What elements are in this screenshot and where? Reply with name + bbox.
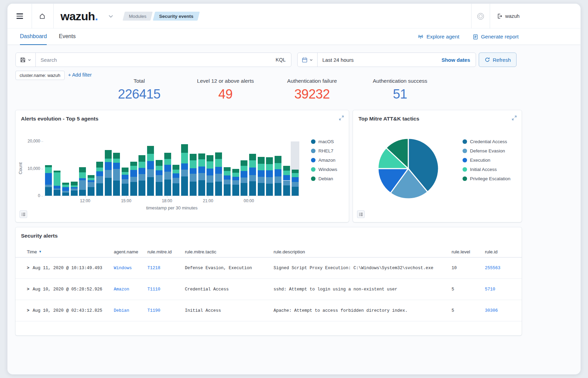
bar-8[interactable] xyxy=(113,141,120,196)
column-header-time[interactable]: Time▼ xyxy=(27,246,42,257)
table-row[interactable]: >Aug 10, 2020 @ 05:28:52.926AmazonT1110C… xyxy=(15,279,522,300)
bar-segment-rhel7 xyxy=(105,170,112,178)
cell-rule-id-link[interactable]: 5710 xyxy=(485,279,495,300)
table-row[interactable]: >Aug 10, 2020 @ 02:43:12.825DebianT1190I… xyxy=(15,300,522,321)
cell-agent-name-link[interactable]: Windows xyxy=(114,257,132,278)
bar-segment-amazon xyxy=(147,161,154,169)
generate-report-button[interactable]: Generate report xyxy=(473,34,519,40)
bar-16[interactable] xyxy=(181,141,188,196)
bar-12[interactable] xyxy=(147,141,154,196)
row-expand-icon[interactable]: > xyxy=(27,257,30,278)
search-input[interactable] xyxy=(36,57,270,63)
bar-28[interactable] xyxy=(283,141,290,196)
bar-14[interactable] xyxy=(164,141,171,196)
bar-17[interactable] xyxy=(190,141,197,196)
bar-11[interactable] xyxy=(138,141,145,196)
bar-2[interactable] xyxy=(62,141,69,196)
bar-22[interactable] xyxy=(232,141,239,196)
kql-language-button[interactable]: KQL xyxy=(270,53,291,67)
bar-5[interactable] xyxy=(88,141,95,196)
bar-19[interactable] xyxy=(207,141,213,196)
menu-hamburger-button[interactable] xyxy=(14,11,25,21)
legend-item-windows[interactable]: Windows xyxy=(311,165,337,174)
cell-rule-mitre-id-link[interactable]: T1218 xyxy=(147,257,160,278)
row-expand-icon[interactable]: > xyxy=(27,279,30,300)
header-divider xyxy=(32,4,32,28)
saved-query-menu-button[interactable] xyxy=(16,53,36,67)
bar-segment-debian xyxy=(266,157,273,164)
cell-rule-mitre-id-link[interactable]: T1110 xyxy=(147,279,160,300)
expand-icon xyxy=(339,115,344,121)
cell-agent-name-link[interactable]: Amazon xyxy=(114,279,129,300)
bar-segment-macos xyxy=(62,193,69,196)
bar-18[interactable] xyxy=(198,141,205,196)
cell-rule-id-link[interactable]: 30306 xyxy=(485,300,498,321)
space-selector-button[interactable] xyxy=(475,11,486,21)
expand-panel-button[interactable] xyxy=(511,114,518,121)
logout-button[interactable]: wazuh xyxy=(497,11,520,21)
legend-item-defense-evasion[interactable]: Defense Evasion xyxy=(463,146,510,156)
bar-7[interactable] xyxy=(105,141,112,196)
add-filter-button[interactable]: + Add filter xyxy=(68,72,92,78)
bar-segment-debian xyxy=(147,146,154,153)
bar-25[interactable] xyxy=(258,141,265,196)
cell-rule-id-link[interactable]: 255563 xyxy=(485,257,500,278)
bar-segment-macos xyxy=(113,181,120,196)
table-row[interactable]: >Aug 11, 2020 @ 10:13:49.493WindowsT1218… xyxy=(15,257,522,279)
bar-21[interactable] xyxy=(224,141,231,196)
bar-1[interactable] xyxy=(54,141,60,196)
expand-panel-button[interactable] xyxy=(338,114,345,121)
bar-20[interactable] xyxy=(215,141,222,196)
legend-item-debian[interactable]: Debian xyxy=(311,174,337,183)
tab-events[interactable]: Events xyxy=(59,28,76,45)
legend-item-rhel7[interactable]: RHEL7 xyxy=(311,146,337,156)
legend-item-credential-access[interactable]: Credential Access xyxy=(463,137,510,146)
cell-rule-mitre-id-link[interactable]: T1190 xyxy=(147,300,160,321)
row-expand-icon[interactable]: > xyxy=(27,300,30,321)
bar-29[interactable] xyxy=(292,141,299,196)
column-header-rule-id[interactable]: rule.id xyxy=(485,246,498,257)
bar-27[interactable] xyxy=(275,141,281,196)
panel-inspect-button[interactable] xyxy=(357,210,365,218)
bar-4[interactable] xyxy=(79,141,86,196)
column-header-rule-description[interactable]: rule.description xyxy=(274,246,305,257)
bar-24[interactable] xyxy=(249,141,256,196)
panel-inspect-button[interactable] xyxy=(20,210,27,218)
legend-item-privilege-escalation[interactable]: Privilege Escalation xyxy=(463,174,510,183)
filter-pill-cluster-name[interactable]: cluster.name: wazuh xyxy=(15,71,65,80)
x-axis-title: timestamp per 30 minutes xyxy=(44,205,299,210)
show-dates-button[interactable]: Show dates xyxy=(442,57,470,63)
stat-level-12-or-above-alerts: Level 12 or above alerts49 xyxy=(197,78,254,102)
refresh-button[interactable]: Refresh xyxy=(479,53,517,67)
home-button[interactable] xyxy=(37,11,47,21)
breadcrumb-modules[interactable]: Modules xyxy=(123,12,153,21)
bar-3[interactable] xyxy=(71,141,78,196)
column-header-rule-mitre-tactic[interactable]: rule.mitre.tactic xyxy=(185,246,217,257)
legend-label: Initial Access xyxy=(470,167,497,172)
explore-agent-button[interactable]: Explore agent xyxy=(418,34,459,40)
bar-9[interactable] xyxy=(122,141,129,196)
legend-item-macos[interactable]: macOS xyxy=(311,137,337,146)
bar-26[interactable] xyxy=(266,141,273,196)
tab-dashboard[interactable]: Dashboard xyxy=(20,28,47,45)
date-range-value[interactable]: Last 24 hours xyxy=(322,57,354,63)
bar-10[interactable] xyxy=(130,141,137,196)
app-switcher-button[interactable] xyxy=(108,13,114,20)
bar-segment-windows xyxy=(54,172,60,186)
legend-item-amazon[interactable]: Amazon xyxy=(311,156,337,165)
legend-item-initial-access[interactable]: Initial Access xyxy=(463,165,510,174)
cell-agent-name-link[interactable]: Debian xyxy=(114,300,129,321)
bar-6[interactable] xyxy=(96,141,103,196)
legend-item-execution[interactable]: Execution xyxy=(463,156,510,165)
bar-0[interactable] xyxy=(45,141,52,196)
breadcrumb-security-events[interactable]: Security events xyxy=(153,12,200,21)
column-header-rule-level[interactable]: rule.level xyxy=(452,246,470,257)
bar-13[interactable] xyxy=(156,141,163,196)
column-header-agent-name[interactable]: agent.name xyxy=(114,246,138,257)
bar-15[interactable] xyxy=(173,141,179,196)
column-header-rule-mitre-id[interactable]: rule.mitre.id xyxy=(147,246,172,257)
date-quick-menu-button[interactable] xyxy=(298,53,318,67)
bar-23[interactable] xyxy=(241,141,247,196)
chevron-down-icon xyxy=(27,58,31,62)
cell-rule-level: 5 xyxy=(452,279,454,300)
